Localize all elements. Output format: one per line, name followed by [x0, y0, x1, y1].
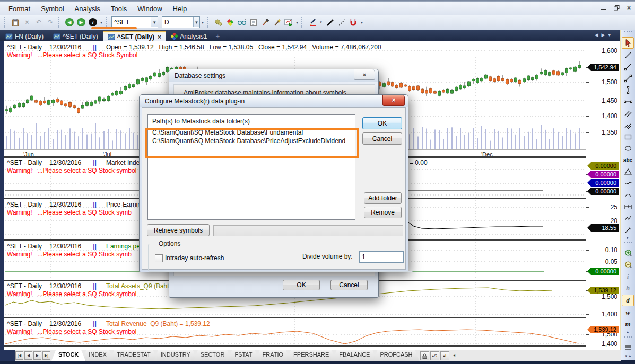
preferences-gears-icon[interactable]	[213, 17, 224, 28]
interval-weekly-icon[interactable]: w	[622, 307, 633, 318]
sheet-tab-fratio[interactable]: FRATIO	[256, 350, 291, 361]
restore-button[interactable]	[614, 5, 620, 11]
menu-tools[interactable]: Tools	[106, 3, 132, 14]
toolbar-overflow-icon[interactable]: ▾	[296, 20, 298, 25]
sheet-prev-button[interactable]: ◀	[24, 351, 32, 360]
interval-hourly-icon[interactable]: h	[622, 283, 633, 294]
pitchfork-tool-icon[interactable]	[622, 120, 633, 130]
horizontal-segment-tool-icon[interactable]	[622, 96, 633, 107]
sheet-left-arrow[interactable]: ◂	[450, 351, 458, 359]
metastock-dialog-titlebar[interactable]: Configure Metastock(r) data plug-in	[140, 95, 408, 107]
close-button[interactable]: ×	[627, 4, 631, 12]
menu-help[interactable]: Help	[168, 3, 193, 14]
sheet-tab-fstat[interactable]: FSTAT	[228, 350, 259, 361]
db-ok-button[interactable]: OK	[283, 280, 320, 290]
menu-analysis[interactable]: Analysis	[69, 3, 106, 14]
symbol-info-icon[interactable]: i	[88, 17, 98, 28]
dotted-line-icon[interactable]	[336, 17, 347, 28]
toolbar-collapse-arrows[interactable]: ▾ ▸	[622, 354, 634, 358]
scan-chart-icon[interactable]	[283, 17, 294, 28]
toolbar-overflow-icon[interactable]: ▸	[627, 236, 629, 241]
interval-input[interactable]	[162, 18, 193, 26]
sheet-tab-tradestat[interactable]: TRADESTAT	[110, 350, 158, 361]
chart-tab-4[interactable]: Analysis1	[167, 31, 211, 41]
minimize-button[interactable]	[601, 5, 606, 11]
menu-format[interactable]: Format	[3, 3, 36, 14]
formula-editor-icon[interactable]	[248, 17, 259, 28]
sheet-next-button[interactable]: ▶	[33, 351, 41, 360]
forward-icon[interactable]: ▶	[76, 17, 86, 28]
sheet-tab-profcash[interactable]: PROFCASH	[373, 350, 419, 361]
close-icon[interactable]: ×	[158, 33, 161, 41]
ray-tool-icon[interactable]	[622, 61, 633, 72]
toolbar-overflow-icon[interactable]: ▾	[100, 20, 102, 25]
interval-daily-icon[interactable]: d	[622, 295, 634, 306]
toolbar-overflow-icon[interactable]: ▸	[627, 330, 629, 335]
wizard-wand-icon[interactable]	[272, 17, 282, 28]
sheet-tab-fpershare[interactable]: FPERSHARE	[286, 350, 336, 361]
arc-tool-icon[interactable]	[622, 190, 633, 200]
toolbar-overflow-icon[interactable]: ▾	[361, 20, 363, 25]
zigzag-tool-icon[interactable]	[622, 213, 633, 224]
trendline-tool-icon[interactable]	[622, 50, 633, 60]
vertical-line-tool-icon[interactable]	[622, 85, 633, 95]
chart-tab-3[interactable]: ^SET (Daily)×	[103, 31, 166, 41]
chart-tab-1[interactable]: FN (Daily)	[1, 31, 48, 41]
interval-combobox[interactable]: ▼	[162, 16, 200, 28]
add-folder-button[interactable]: Add folder	[364, 192, 402, 204]
zoom-out-button-icon[interactable]	[622, 260, 633, 270]
ellipse-tool-icon[interactable]	[622, 143, 633, 154]
ms-cancel-button[interactable]: Cancel	[362, 132, 402, 145]
arrow-tool-icon[interactable]	[622, 225, 633, 235]
analysis-hammer-icon[interactable]	[260, 17, 271, 28]
explore-glasses-icon[interactable]	[237, 17, 247, 28]
interval-monthly-icon[interactable]: m	[622, 319, 633, 330]
sheet-tab-fbalance[interactable]: FBALANCE	[332, 350, 377, 361]
sort-symbol-button[interactable]: ▴S	[430, 351, 439, 360]
database-settings-titlebar[interactable]: Database settings	[169, 69, 378, 82]
close-icon[interactable]: ×	[354, 69, 375, 80]
category-diamonds-icon[interactable]	[225, 17, 236, 28]
divide-volume-input[interactable]	[359, 251, 404, 263]
rectangle-tool-icon[interactable]	[622, 131, 633, 142]
sort-index-button[interactable]: ▴I	[440, 351, 449, 360]
zoom-in-button-icon[interactable]	[622, 248, 633, 259]
pointer-tool-icon[interactable]	[622, 37, 634, 49]
intraday-autorefresh-checkbox[interactable]	[155, 254, 163, 262]
sheet-tab-industry[interactable]: INDUSTRY	[154, 350, 197, 361]
trendline-icon[interactable]	[325, 17, 335, 28]
toolbar-overflow-icon[interactable]: ▾	[202, 20, 204, 25]
menu-symbol[interactable]: Symbol	[36, 3, 69, 14]
interval-intraday-icon[interactable]: i	[622, 271, 633, 282]
sheet-first-button[interactable]: |◀	[15, 351, 23, 360]
delete-icon[interactable]: ×	[22, 17, 32, 28]
back-icon[interactable]: ◀	[64, 17, 75, 28]
lock-icon[interactable]	[420, 351, 429, 360]
chevron-down-icon[interactable]: ▼	[151, 17, 158, 27]
segment-tool-icon[interactable]	[622, 73, 633, 84]
symbol-combobox[interactable]: ▼	[111, 16, 158, 28]
price-axis[interactable]: 1,6001,542.941,5001,4501,4001,3500.00000…	[586, 41, 620, 347]
toolbar-grip[interactable]	[4, 17, 7, 28]
undo-icon[interactable]: ↶	[33, 17, 44, 28]
sheet-tab-sector[interactable]: SECTOR	[194, 350, 232, 361]
parallel-lines-tool-icon[interactable]	[622, 108, 633, 119]
tab-scroll-arrows[interactable]: ◀▶▾	[595, 32, 614, 38]
remove-button[interactable]: Remove	[364, 207, 402, 218]
magnet-snap-icon[interactable]	[348, 17, 359, 28]
db-cancel-button[interactable]: Cancel	[330, 280, 368, 290]
sheet-tab-stock[interactable]: STOCK	[51, 350, 85, 361]
measure-tool-icon[interactable]	[622, 201, 633, 212]
sheet-last-button[interactable]: ▶|	[42, 351, 50, 360]
menu-window[interactable]: Window	[132, 3, 167, 14]
chevron-down-icon[interactable]: ▼	[193, 17, 199, 27]
sheet-tab-index[interactable]: INDEX	[82, 350, 114, 361]
redo-icon[interactable]: ↷	[45, 17, 56, 28]
study-pencil-icon[interactable]: ▾	[308, 17, 324, 28]
freehand-tool-icon[interactable]	[622, 178, 633, 189]
triangle-tool-icon[interactable]	[622, 166, 633, 177]
retrieve-symbols-button[interactable]: Retrieve symbols	[147, 224, 210, 236]
text-tool-icon[interactable]: abc	[622, 155, 633, 165]
paste-icon[interactable]	[10, 17, 21, 28]
close-icon[interactable]: ×	[382, 95, 405, 106]
